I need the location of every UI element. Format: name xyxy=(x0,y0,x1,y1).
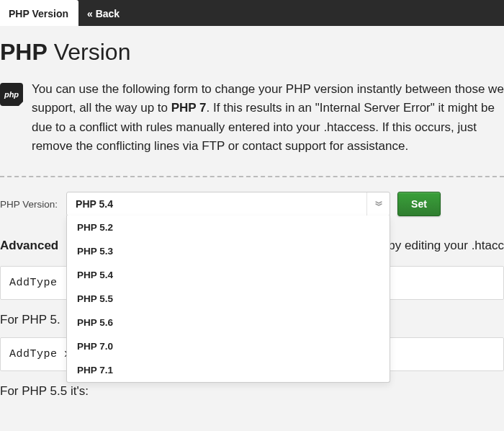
intro-row: php You can use the following form to ch… xyxy=(0,80,504,170)
for-php-55-label: For PHP 5.5 it's: xyxy=(0,384,504,399)
tab-bar: PHP Version « Back xyxy=(0,0,504,26)
php-version-select[interactable]: PHP 5.4 xyxy=(66,192,390,216)
content-area: PHP Version php You can use the followin… xyxy=(0,26,504,399)
php-version-option[interactable]: PHP 5.4 xyxy=(67,263,390,287)
tab-php-version[interactable]: PHP Version xyxy=(0,0,78,26)
set-button[interactable]: Set xyxy=(397,192,441,216)
page-title-bold: PHP xyxy=(0,39,48,65)
php-icon: php xyxy=(0,83,23,106)
php-version-option[interactable]: PHP 7.0 xyxy=(67,334,390,358)
page-title: PHP Version xyxy=(0,39,504,66)
php-version-option[interactable]: PHP 7.1 xyxy=(67,358,390,382)
php-version-form: PHP Version: PHP 5.4 PHP 5.2PHP 5.3PHP 5… xyxy=(0,192,504,216)
php-version-option[interactable]: PHP 5.6 xyxy=(67,311,390,334)
php-version-option[interactable]: PHP 5.5 xyxy=(67,287,390,311)
php-version-label: PHP Version: xyxy=(0,199,58,210)
php-version-selected: PHP 5.4 xyxy=(76,198,113,210)
php-version-option[interactable]: PHP 5.3 xyxy=(67,239,390,263)
chevron-down-icon xyxy=(366,192,390,216)
page-title-rest: Version xyxy=(48,39,131,65)
php-version-dropdown: PHP 5.2PHP 5.3PHP 5.4PHP 5.5PHP 5.6PHP 7… xyxy=(66,216,390,383)
intro-text: You can use the following form to change… xyxy=(32,80,504,156)
php-version-select-wrap: PHP 5.4 PHP 5.2PHP 5.3PHP 5.4PHP 5.5PHP … xyxy=(66,192,390,216)
advanced-bold: Advanced xyxy=(0,239,58,252)
divider xyxy=(0,176,504,177)
back-tab[interactable]: « Back xyxy=(78,0,130,26)
php-version-option[interactable]: PHP 5.2 xyxy=(67,216,390,239)
intro-bold: PHP 7 xyxy=(171,101,207,115)
